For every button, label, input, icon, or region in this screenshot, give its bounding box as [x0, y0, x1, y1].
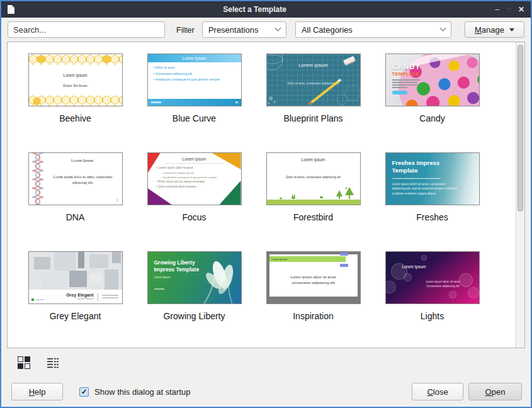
slide-title: Lorem Ipsum	[148, 54, 241, 62]
corner-triangle-green	[220, 181, 241, 205]
template-thumbnail-inspiration: Lorem Ipsum Lorem ipsum dolor sit amet c…	[266, 251, 361, 304]
startup-checkbox-label: Show this dialog at startup	[94, 387, 190, 397]
chevron-down-icon	[274, 25, 281, 31]
open-button[interactable]: Open	[468, 383, 522, 400]
vertical-scrollbar[interactable]	[516, 42, 524, 348]
close-button[interactable]: Close	[412, 383, 463, 400]
slide-title: Grey Elegant	[66, 293, 93, 297]
template-card-candy[interactable]: CANDY TEMPLATE Candy	[373, 54, 492, 123]
template-thumbnail-candy: CANDY TEMPLATE	[385, 54, 480, 106]
close-icon[interactable]: ✕	[518, 5, 524, 14]
slide-body: Lorem ipsum dolor sit amet, consectetur …	[50, 174, 116, 185]
slide-bullet-list: Lorem ipsum dolor sit amet Consectetur a…	[157, 166, 222, 190]
checkmark-icon: ✓	[81, 388, 87, 396]
dialog-button-row: Help ✓ Show this dialog at startup Close…	[1, 369, 531, 407]
slide-subtitle: Dolor Sit Amet	[29, 84, 122, 88]
type-filter-value: Presentations	[208, 25, 259, 35]
template-thumbnail-forestbird: Lorem Ipsum Dolor sit amet, consectetur …	[266, 152, 361, 205]
template-name: Lights	[421, 311, 444, 321]
slide-title: Lorem Ipsum	[47, 158, 118, 162]
template-card-growing-liberty[interactable]: Growing Liberty Impress Template Lorem I…	[135, 251, 254, 321]
slide-footer	[148, 99, 241, 106]
slide-bullet-list: Dolor sit amet Consectetur adipiscing el…	[154, 65, 237, 83]
template-card-lights[interactable]: Lorem Ipsum Lorem ipsum dolor sit amet C…	[373, 251, 492, 321]
select-template-dialog: Select a Template – □ ✕ Filter Presentat…	[0, 0, 532, 408]
slide-title: Growing Liberty Impress Template	[154, 259, 216, 273]
chevron-down-icon	[439, 25, 446, 31]
slide-title: Freshes Impress Template	[392, 159, 458, 175]
template-card-inspiration[interactable]: Lorem Ipsum Lorem ipsum dolor sit amet c…	[254, 251, 373, 321]
template-card-dna[interactable]: Lorem Ipsum Lorem ipsum dolor sit amet, …	[16, 152, 135, 222]
category-filter-dropdown[interactable]: All Categories	[295, 21, 451, 38]
template-name: Beehive	[59, 113, 91, 123]
view-mode-toggles	[1, 348, 531, 369]
slide-body: Lorem ipsum dolor sit amet, consectetur …	[392, 182, 459, 196]
template-name: Candy	[419, 113, 444, 123]
slide-title: Lorem Ipsum	[267, 157, 360, 162]
template-name: DNA	[66, 212, 85, 222]
libreoffice-logo	[31, 298, 44, 301]
document-icon	[8, 5, 14, 14]
grey-mosaic-graphic	[29, 252, 122, 291]
placeholder-text-lines	[392, 79, 420, 88]
template-thumbnail-beehive: Lorem Ipsum Dolor Sit Amet	[28, 54, 123, 106]
search-input[interactable]	[8, 21, 165, 38]
slide-body: Lorem ipsum dolor sit amet consectetur a…	[269, 275, 358, 286]
titlebar: Select a Template – □ ✕	[1, 1, 531, 18]
minimize-icon[interactable]: –	[495, 5, 499, 14]
slide-page-number: 3	[116, 199, 118, 202]
template-list-panel: Lorem Ipsum Dolor Sit Amet Beehive Lorem…	[7, 42, 525, 348]
template-thumbnail-freshes: Freshes Impress Template Lorem ipsum dol…	[385, 152, 480, 205]
trees-graphic	[267, 186, 360, 201]
filter-label: Filter	[176, 25, 195, 35]
caret-down-icon	[509, 28, 514, 31]
template-name: Forestbird	[293, 212, 333, 222]
slide-footer: Grey Elegant Lorem Ipsum	[29, 290, 122, 303]
slide-subtitle: Dolor sit amet, consectetur adipiscing e…	[267, 82, 360, 85]
button-graphic	[392, 91, 407, 94]
slide-subtitle: TEMPLATE	[392, 71, 419, 77]
toolbar: Filter Presentations All Categories Mana…	[1, 18, 531, 42]
dna-helix-graphic	[30, 153, 45, 205]
slide-title: Lorem Ipsum	[402, 264, 426, 269]
dialog-title: Select a Template	[14, 5, 495, 14]
type-filter-dropdown[interactable]: Presentations	[202, 21, 286, 38]
template-name: Growing Liberty	[163, 311, 225, 321]
template-name: Inspiration	[293, 311, 334, 321]
corner-triangle-purple	[148, 188, 172, 205]
template-thumbnail-focus: Lorem Ipsum Lorem ipsum dolor sit amet C…	[147, 152, 242, 205]
slide-title: Lorem Ipsum	[29, 73, 122, 77]
template-name: Freshes	[416, 212, 448, 222]
slide-title: CANDY	[392, 62, 421, 71]
template-thumbnail-dna: Lorem Ipsum Lorem ipsum dolor sit amet, …	[28, 152, 123, 205]
scrollbar-thumb[interactable]	[518, 45, 523, 212]
template-card-grey-elegant[interactable]: Grey Elegant Lorem Ipsum Grey Elegant	[16, 251, 135, 321]
template-card-forestbird[interactable]: Lorem Ipsum Dolor sit amet, consectetur …	[254, 152, 373, 222]
slide-subtitle: Dolor sit amet, consectetur adipiscing e…	[267, 176, 360, 179]
template-thumbnail-blueprint-plans: Lorem Ipsum Dolor sit amet, consectetur …	[266, 54, 361, 106]
template-thumbnail-lights: Lorem Ipsum Lorem ipsum dolor sit amet C…	[385, 251, 480, 304]
template-thumbnail-grey-elegant: Grey Elegant Lorem Ipsum	[28, 251, 123, 304]
maximize-icon: □	[507, 6, 511, 13]
accent-rectangle	[340, 252, 348, 256]
thumbnail-view-icon[interactable]	[18, 356, 30, 369]
placeholder-text-line	[154, 288, 164, 290]
template-card-blue-curve[interactable]: Lorem Ipsum Dolor sit amet Consectetur a…	[135, 54, 254, 123]
help-button[interactable]: Help	[11, 383, 63, 400]
startup-checkbox[interactable]: ✓	[79, 387, 89, 397]
template-grid: Lorem Ipsum Dolor Sit Amet Beehive Lorem…	[8, 42, 524, 321]
accent-rectangle	[340, 264, 348, 267]
template-card-beehive[interactable]: Lorem Ipsum Dolor Sit Amet Beehive	[16, 54, 135, 123]
template-card-freshes[interactable]: Freshes Impress Template Lorem ipsum dol…	[373, 152, 492, 222]
template-name: Focus	[182, 212, 206, 222]
manage-button[interactable]: Manage	[465, 21, 524, 38]
template-thumbnail-blue-curve: Lorem Ipsum Dolor sit amet Consectetur a…	[147, 54, 242, 106]
template-card-blueprint-plans[interactable]: Lorem Ipsum Dolor sit amet, consectetur …	[254, 54, 373, 123]
template-card-focus[interactable]: Lorem Ipsum Lorem ipsum dolor sit amet C…	[135, 152, 254, 222]
slide-body: Lorem ipsum dolor sit amet Consectetur a…	[411, 280, 475, 288]
slide-title-bar: Lorem Ipsum	[269, 256, 346, 262]
template-name: Blueprint Plans	[283, 113, 342, 123]
list-view-icon[interactable]	[47, 356, 59, 369]
template-name: Grey Elegant	[50, 311, 101, 321]
template-name: Blue Curve	[173, 113, 216, 123]
